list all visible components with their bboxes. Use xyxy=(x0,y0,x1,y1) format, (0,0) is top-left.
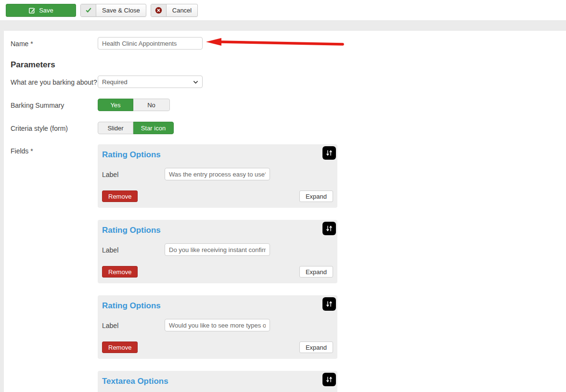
field-label-input[interactable] xyxy=(165,319,270,331)
down-up-arrows-icon xyxy=(324,223,334,234)
card-buttons-row: Remove Expand xyxy=(102,341,333,353)
chevron-down-icon xyxy=(193,79,198,85)
barking-about-label: What are you barking about? xyxy=(11,76,98,87)
barking-about-select[interactable]: Required xyxy=(98,76,203,88)
card-title: Rating Options xyxy=(102,226,333,235)
fields-label: Fields * xyxy=(11,144,98,156)
no-button[interactable]: No xyxy=(133,99,170,111)
field-label: Label xyxy=(102,319,165,330)
reorder-handle[interactable] xyxy=(322,373,336,386)
star-icon-button[interactable]: Star icon xyxy=(133,122,174,134)
card-label-row: Label xyxy=(102,243,333,256)
yes-button[interactable]: Yes xyxy=(98,99,133,111)
barking-about-row: What are you barking about? Required xyxy=(11,76,566,88)
name-field-row: Name * xyxy=(11,37,566,50)
toolbar: Save Save & Close Cancel xyxy=(0,0,566,20)
barking-summary-row: Barking Summary Yes No xyxy=(11,99,566,111)
card-label-row: Label xyxy=(102,319,333,331)
card-buttons-row: Remove Expand xyxy=(102,190,333,202)
check-icon xyxy=(81,4,96,16)
expand-button[interactable]: Expand xyxy=(299,266,333,278)
card-title: Rating Options xyxy=(102,301,333,311)
remove-button[interactable]: Remove xyxy=(102,266,138,278)
save-button-label: Save xyxy=(39,7,53,14)
remove-button[interactable]: Remove xyxy=(102,341,138,353)
field-label: Label xyxy=(102,243,165,255)
expand-button[interactable]: Expand xyxy=(299,190,333,202)
down-up-arrows-icon xyxy=(324,374,334,385)
card-title: Rating Options xyxy=(102,150,333,160)
save-close-button[interactable]: Save & Close xyxy=(80,4,146,17)
barking-summary-label: Barking Summary xyxy=(11,99,98,110)
cancel-button-label: Cancel xyxy=(167,4,197,16)
criteria-style-row: Criteria style (form) Slider Star icon xyxy=(11,122,566,134)
fields-row: Fields * Rating Options Label Remove xyxy=(11,144,566,392)
field-label-input[interactable] xyxy=(165,168,270,180)
down-up-arrows-icon xyxy=(324,148,334,158)
field-card: Textarea Options Label Remove Expand xyxy=(98,371,337,392)
parameters-heading: Parameters xyxy=(11,60,566,70)
card-label-row: Label xyxy=(102,168,333,180)
pencil-square-icon xyxy=(28,7,36,14)
name-input[interactable] xyxy=(98,37,203,50)
field-cards-list: Rating Options Label Remove Expand xyxy=(98,144,337,392)
field-label: Label xyxy=(102,168,165,179)
field-card: Rating Options Label Remove Expand xyxy=(98,220,337,283)
content-panel: Name * Parameters What are you barking a… xyxy=(4,31,566,392)
down-up-arrows-icon xyxy=(324,299,334,309)
reorder-handle[interactable] xyxy=(322,146,336,160)
reorder-handle[interactable] xyxy=(322,297,336,311)
field-card: Rating Options Label Remove Expand xyxy=(98,295,337,359)
field-card: Rating Options Label Remove Expand xyxy=(98,144,337,208)
save-button[interactable]: Save xyxy=(6,4,76,17)
criteria-style-label: Criteria style (form) xyxy=(11,122,98,133)
cancel-button[interactable]: Cancel xyxy=(151,4,198,17)
card-title: Textarea Options xyxy=(102,377,333,386)
x-circle-icon xyxy=(151,4,167,16)
card-buttons-row: Remove Expand xyxy=(102,266,333,278)
slider-button[interactable]: Slider xyxy=(98,122,133,134)
criteria-style-toggle: Slider Star icon xyxy=(98,122,174,134)
name-label: Name * xyxy=(11,37,98,49)
save-close-button-label: Save & Close xyxy=(96,4,146,16)
barking-about-selected-value: Required xyxy=(102,78,193,86)
reorder-handle[interactable] xyxy=(322,222,336,235)
expand-button[interactable]: Expand xyxy=(299,341,333,353)
field-label-input[interactable] xyxy=(165,243,270,256)
barking-summary-toggle: Yes No xyxy=(98,99,170,111)
remove-button[interactable]: Remove xyxy=(102,190,138,202)
